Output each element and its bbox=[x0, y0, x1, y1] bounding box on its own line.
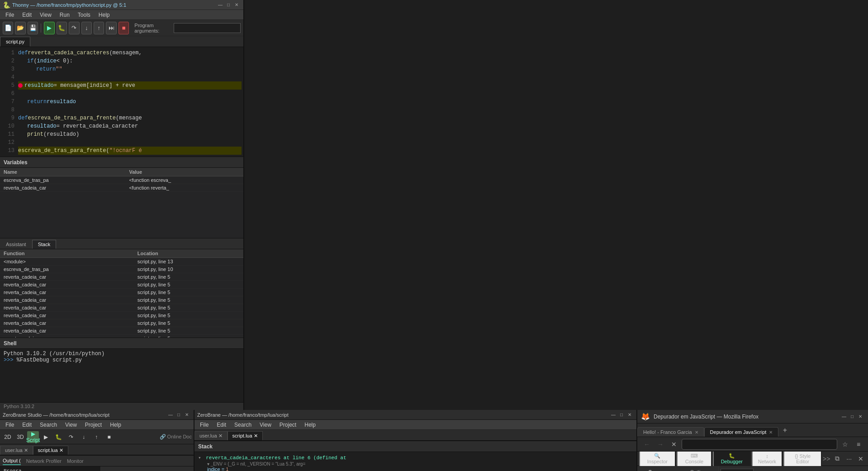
zb-debug-btn[interactable]: 🐛 bbox=[52, 431, 64, 443]
thonny-variables-panel: Variables Name Value escreva_de_tras_pa … bbox=[0, 157, 243, 238]
ff-stop-btn[interactable]: ✕ bbox=[668, 438, 680, 450]
thonny-menu-file[interactable]: File bbox=[2, 11, 18, 19]
thonny-stack-tab[interactable]: Stack bbox=[32, 240, 57, 249]
zb-menu-view[interactable]: View bbox=[62, 421, 81, 429]
zb-2d-btn[interactable]: 2D bbox=[2, 431, 14, 443]
ff-new-tab-btn[interactable]: + bbox=[778, 424, 791, 437]
ff-style-editor-tab[interactable]: {} Style Editor bbox=[783, 452, 822, 467]
zb-step-out-btn[interactable]: ↑ bbox=[90, 431, 102, 443]
ff-debugger-tab[interactable]: 🐛 Debugger bbox=[713, 452, 751, 467]
lua-minimize-btn[interactable]: — bbox=[609, 411, 617, 419]
zb-3d-btn[interactable]: 3D bbox=[14, 431, 26, 443]
lua-tab-user[interactable]: user.lua ✕ bbox=[194, 431, 228, 440]
ff-url-bar[interactable]: file:///home/franco/tmp/js/index.html bbox=[682, 439, 837, 450]
thonny-menu-tools[interactable]: Tools bbox=[74, 11, 94, 19]
ff-tab-hello[interactable]: Hello! - Franco Garcia ✕ bbox=[637, 427, 704, 437]
zb-step-in-btn[interactable]: ↓ bbox=[78, 431, 90, 443]
thonny-shell-header: Shell bbox=[0, 338, 243, 349]
lua-menu-file[interactable]: File bbox=[196, 421, 212, 429]
ff-devtools-more-btn[interactable]: >> bbox=[823, 455, 830, 462]
zb-monitor-tab[interactable]: Monitor bbox=[67, 457, 84, 465]
zb-output-area[interactable]: Progra "/opt "io.st Progra 21425) bbox=[0, 466, 101, 471]
ff-script-js-tab[interactable]: script.js ✕ bbox=[721, 469, 754, 471]
thonny-new-btn[interactable]: 📄 bbox=[3, 22, 13, 34]
variables-data-table: Name Value escreva_de_tras_pa <function … bbox=[0, 168, 243, 192]
zb-maximize-btn[interactable]: □ bbox=[175, 411, 183, 419]
thonny-script-tab[interactable]: script.py bbox=[0, 37, 30, 47]
thonny-shell-content[interactable]: Python 3.10.2 (/usr/bin/python) >>> %Fas… bbox=[0, 349, 243, 402]
code-line-7: return resultado bbox=[18, 98, 242, 106]
zb-network-tab[interactable]: Network Profiler bbox=[26, 457, 62, 465]
ff-forward-btn[interactable]: → bbox=[655, 438, 666, 450]
ff-outline-tab[interactable]: Outline bbox=[678, 466, 719, 471]
ff-sources-tab[interactable]: Sources bbox=[637, 466, 678, 471]
lua-menu-search[interactable]: Search bbox=[231, 421, 255, 429]
thonny-step-out-btn[interactable]: ↑ bbox=[94, 22, 104, 34]
thonny-code-area[interactable]: def reverta_cadeia_caracteres(mensagem, … bbox=[16, 47, 243, 157]
lua-stack-content[interactable]: ▾ reverta_cadeia_caracteres at line 6 (d… bbox=[194, 452, 636, 471]
zb-menu-search[interactable]: Search bbox=[36, 421, 61, 429]
thonny-close-btn[interactable]: ✕ bbox=[232, 1, 241, 9]
ff-devtools-dock-btn[interactable]: ⧉ bbox=[832, 453, 843, 465]
ff-inspector-tab[interactable]: 🔍 Inspector bbox=[639, 452, 676, 467]
lua-menu-project[interactable]: Project bbox=[276, 421, 300, 429]
thonny-run-btn[interactable]: ▶ bbox=[44, 22, 54, 34]
thonny-stop-btn[interactable]: ■ bbox=[119, 22, 129, 34]
ff-network-tab[interactable]: ↕ Network bbox=[752, 452, 783, 467]
thonny-menu-help[interactable]: Help bbox=[95, 11, 114, 19]
shell-prompt: >>> bbox=[4, 357, 17, 363]
zb-menu-file[interactable]: File bbox=[2, 421, 18, 429]
thonny-menu-edit[interactable]: Edit bbox=[19, 11, 35, 19]
zb-minimize-btn[interactable]: — bbox=[166, 411, 175, 419]
ff-nav-bar: ← → ✕ file:///home/franco/tmp/js/index.h… bbox=[637, 437, 868, 452]
zb-menu-help[interactable]: Help bbox=[106, 421, 125, 429]
zb-close-btn[interactable]: ✕ bbox=[183, 411, 191, 419]
code-line-4 bbox=[18, 73, 242, 81]
zb-online-doc-link[interactable]: 🔗 Online Doc bbox=[160, 434, 192, 440]
ff-menu-btn[interactable]: ≡ bbox=[853, 438, 864, 450]
ff-console-tab[interactable]: ⌨ Console bbox=[677, 452, 712, 467]
thonny-assistant-tab[interactable]: Assistant bbox=[0, 240, 32, 249]
zb-tab-script-lua[interactable]: script.lua ✕ bbox=[33, 446, 68, 455]
thonny-program-args-input[interactable] bbox=[174, 23, 241, 33]
thonny-debug-btn[interactable]: 🐛 bbox=[57, 22, 67, 34]
shell-python-version: Python 3.10.2 (/usr/bin/python) bbox=[4, 351, 240, 357]
zb-menu-edit[interactable]: Edit bbox=[19, 421, 35, 429]
zb-tab-user-lua[interactable]: user.lua ✕ bbox=[0, 446, 33, 455]
thonny-menu-run[interactable]: Run bbox=[56, 11, 73, 19]
breakpoint-5[interactable] bbox=[18, 83, 23, 88]
zb-stop-btn[interactable]: ■ bbox=[103, 431, 115, 443]
lua-maximize-btn[interactable]: □ bbox=[617, 411, 626, 419]
zb-script-btn[interactable]: ▶ Script bbox=[27, 431, 39, 443]
ff-back-btn[interactable]: ← bbox=[641, 438, 653, 450]
thonny-maximize-btn[interactable]: □ bbox=[224, 1, 232, 9]
ff-close-btn[interactable]: ✕ bbox=[856, 413, 864, 421]
ff-devtools-close-btn[interactable]: ✕ bbox=[855, 453, 866, 465]
ff-tab-hello-close[interactable]: ✕ bbox=[695, 430, 698, 435]
thonny-open-btn[interactable]: 📂 bbox=[15, 22, 25, 34]
lua-menu-edit[interactable]: Edit bbox=[213, 421, 230, 429]
lua-close-btn[interactable]: ✕ bbox=[626, 411, 634, 419]
thonny-step-over-btn[interactable]: ↷ bbox=[69, 22, 79, 34]
ff-tab-debugger[interactable]: Depurador em JavaScript ✕ bbox=[704, 427, 779, 437]
thonny-resume-btn[interactable]: ⏭ bbox=[106, 22, 116, 34]
zb-run-btn[interactable]: ▶ bbox=[40, 431, 52, 443]
thonny-save-btn[interactable]: 💾 bbox=[28, 22, 38, 34]
ff-maximize-btn[interactable]: □ bbox=[848, 413, 856, 421]
ff-devtools-overflow-btn[interactable]: ··· bbox=[844, 453, 854, 465]
zb-menu-project[interactable]: Project bbox=[81, 421, 105, 429]
zb-step-over-btn[interactable]: ↷ bbox=[65, 431, 77, 443]
lua-menu-view[interactable]: View bbox=[256, 421, 275, 429]
ff-tab-debugger-close[interactable]: ✕ bbox=[769, 430, 773, 435]
thonny-variables-table[interactable]: Name Value escreva_de_tras_pa <function … bbox=[0, 168, 243, 238]
thonny-menu-view[interactable]: View bbox=[36, 11, 55, 19]
thonny-minimize-btn[interactable]: — bbox=[216, 1, 224, 9]
ff-minimize-btn[interactable]: — bbox=[840, 413, 848, 421]
thonny-step-into-btn[interactable]: ↓ bbox=[81, 22, 92, 34]
lua-tab-script[interactable]: script.lua ✕ bbox=[228, 431, 263, 440]
ff-star-btn[interactable]: ☆ bbox=[839, 438, 851, 450]
thonny-stack-content[interactable]: Function Location <module>script.py, lin… bbox=[0, 249, 243, 338]
zb-title-bar: ZeroBrane Studio — /home/franco/tmp/lua/… bbox=[0, 410, 194, 420]
lua-menu-help[interactable]: Help bbox=[301, 421, 319, 429]
zb-output-tab[interactable]: Output ( bbox=[3, 457, 21, 465]
